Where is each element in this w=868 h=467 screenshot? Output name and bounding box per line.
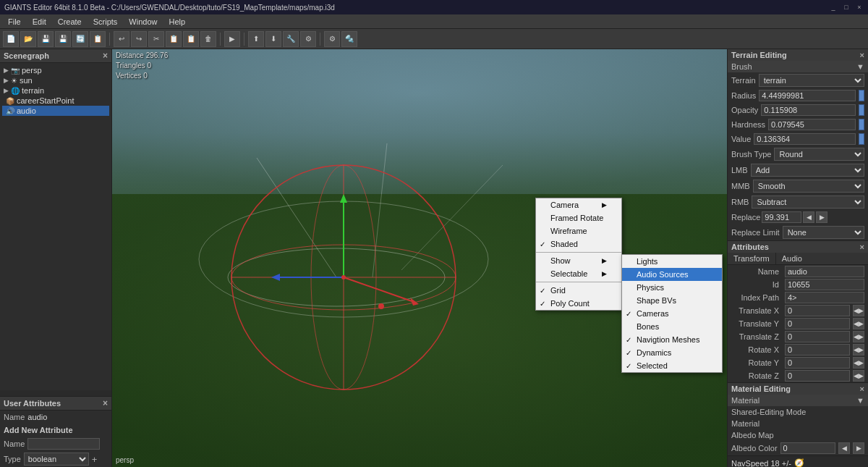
maximize-button[interactable]: □ xyxy=(842,3,851,12)
paste-button[interactable]: 📋 xyxy=(183,31,199,47)
undo-button[interactable]: ↩ xyxy=(114,31,129,47)
refresh-button[interactable]: 🔄 xyxy=(72,31,88,47)
import-button[interactable]: ⬆ xyxy=(248,31,264,47)
tree-item-persp[interactable]: ▶ 📷 persp xyxy=(2,65,109,75)
transform-tab[interactable]: Transform xyxy=(728,253,776,264)
sub-dynamics[interactable]: ✓ Dynamics xyxy=(622,346,722,359)
ctx-poly-count[interactable]: ✓ Poly Count xyxy=(536,297,621,310)
menu-file[interactable]: File xyxy=(3,17,26,27)
ctx-selectable[interactable]: Selectable ▶ xyxy=(536,267,621,280)
attr-name-input[interactable] xyxy=(27,438,100,450)
ctx-show[interactable]: Show ▶ Lights Audio Sources Physics Shap… xyxy=(536,254,621,267)
sub-cameras[interactable]: ✓ Cameras xyxy=(622,307,722,320)
mmb-select[interactable]: Smooth xyxy=(753,180,864,193)
scenegraph-tree[interactable]: ▶ 📷 persp ▶ ☀ sun ▶ 🌐 terrain 📦 careerSt… xyxy=(0,63,111,390)
close-button[interactable]: × xyxy=(855,3,864,12)
scenegraph-close[interactable]: × xyxy=(103,51,108,61)
material-collapse-icon[interactable]: ▼ xyxy=(856,396,864,405)
menu-scripts[interactable]: Scripts xyxy=(88,17,123,27)
attr-rotate-x-input[interactable] xyxy=(785,344,850,355)
attr-name-input[interactable] xyxy=(785,266,864,277)
ctx-shaded[interactable]: ✓ Shaded xyxy=(536,237,621,251)
tool4[interactable]: ⚙ xyxy=(300,31,316,47)
menu-help[interactable]: Help xyxy=(163,17,190,27)
delete-button[interactable]: 🗑 xyxy=(200,31,216,47)
copy-button[interactable]: 📋 xyxy=(166,31,182,47)
replace-left-btn[interactable]: ◀ xyxy=(803,211,814,223)
lmb-select[interactable]: Add xyxy=(751,164,864,177)
terrain-select[interactable]: terrain xyxy=(759,74,864,87)
attr-translate-y-input[interactable] xyxy=(785,318,850,329)
brush-type-select[interactable]: Round Square xyxy=(774,148,864,161)
terrain-close-btn[interactable]: × xyxy=(860,51,864,59)
radius-input[interactable] xyxy=(759,90,856,101)
hardness-slider[interactable] xyxy=(859,119,864,130)
audio-tab[interactable]: Audio xyxy=(776,253,808,264)
tool3[interactable]: 🔧 xyxy=(283,31,299,47)
replace-limit-select[interactable]: None xyxy=(783,226,864,239)
material-close-btn[interactable]: × xyxy=(860,384,864,393)
albedo-color-arr-left[interactable]: ◀ xyxy=(838,442,850,454)
tool5[interactable]: 📋 xyxy=(90,31,106,47)
sub-selected[interactable]: ✓ Selected xyxy=(622,359,722,372)
rmb-select[interactable]: Subtract xyxy=(752,195,864,209)
replace-right-btn[interactable]: ▶ xyxy=(816,211,827,223)
translate-x-arr[interactable]: ◀▶ xyxy=(853,305,864,316)
sub-lights[interactable]: Lights xyxy=(622,255,722,268)
ctx-wireframe[interactable]: Wireframe xyxy=(536,224,621,237)
attr-rotate-y-input[interactable] xyxy=(785,357,850,369)
save-as-button[interactable]: 💾 xyxy=(55,31,71,47)
open-button[interactable]: 📂 xyxy=(20,31,36,47)
sub-navigation-meshes[interactable]: ✓ Navigtion Meshes xyxy=(622,333,722,346)
attr-translate-x-input[interactable] xyxy=(785,305,850,316)
rotate-y-arr[interactable]: ◀▶ xyxy=(853,357,864,369)
export-button[interactable]: ⬇ xyxy=(265,31,281,47)
opacity-slider[interactable] xyxy=(859,104,864,116)
rotate-z-arr[interactable]: ◀▶ xyxy=(853,370,864,382)
replace-input[interactable] xyxy=(762,211,801,223)
albedo-color-input[interactable] xyxy=(780,442,835,454)
rotate-x-arr[interactable]: ◀▶ xyxy=(853,344,864,355)
add-attr-button[interactable]: + xyxy=(92,454,98,465)
attr-translate-z-input[interactable] xyxy=(785,331,850,342)
attr-id-input[interactable] xyxy=(785,279,864,290)
play-button[interactable]: ▶ xyxy=(224,31,240,47)
hardness-input[interactable] xyxy=(768,119,856,130)
tree-item-career[interactable]: 📦 careerStartPoint xyxy=(2,96,109,106)
albedo-color-arr-right[interactable]: ▶ xyxy=(853,442,864,454)
translate-z-arr[interactable]: ◀▶ xyxy=(853,331,864,342)
attr-index-path-input[interactable] xyxy=(785,292,864,303)
save-button[interactable]: 💾 xyxy=(38,31,54,47)
ctx-framed-rotate[interactable]: Framed Rotate xyxy=(536,211,621,224)
value-slider[interactable] xyxy=(859,133,864,145)
opacity-input[interactable] xyxy=(761,104,856,116)
tree-item-sun[interactable]: ▶ ☀ sun xyxy=(2,75,109,85)
minimize-button[interactable]: _ xyxy=(829,3,838,12)
redo-button[interactable]: ↪ xyxy=(131,31,147,47)
tree-item-terrain[interactable]: ▶ 🌐 terrain xyxy=(2,85,109,96)
menu-window[interactable]: Window xyxy=(124,17,162,27)
radius-slider[interactable] xyxy=(859,90,864,101)
type-select[interactable]: boolean string integer float xyxy=(24,453,89,466)
viewport[interactable]: Distance 296.76 Triangles 0 Vertices 0 p… xyxy=(112,49,727,467)
translate-y-arr[interactable]: ◀▶ xyxy=(853,318,864,329)
sub-physics[interactable]: Physics xyxy=(622,281,722,294)
ctx-grid[interactable]: ✓ Grid xyxy=(536,284,621,297)
attr-rotate-z-input[interactable] xyxy=(785,370,850,382)
settings-button[interactable]: ⚙ xyxy=(324,31,340,47)
sub-shape-bvs[interactable]: Shape BVs xyxy=(622,294,722,307)
attr-rotate-z-label: Rotate Z xyxy=(731,371,782,380)
ctx-camera[interactable]: Camera ▶ xyxy=(536,198,621,211)
new-button[interactable]: 📄 xyxy=(3,31,19,47)
attr-close-btn[interactable]: × xyxy=(860,243,864,251)
sub-audio-sources[interactable]: Audio Sources xyxy=(622,268,722,281)
sub-bones[interactable]: Bones xyxy=(622,320,722,333)
cut-button[interactable]: ✂ xyxy=(148,31,164,47)
menu-create[interactable]: Create xyxy=(53,17,87,27)
gear-button[interactable]: 🔩 xyxy=(341,31,357,47)
tree-item-audio[interactable]: 🔊 audio xyxy=(2,106,109,116)
user-attr-close[interactable]: × xyxy=(103,398,108,408)
menu-edit[interactable]: Edit xyxy=(27,17,51,27)
value-input[interactable] xyxy=(754,133,856,145)
brush-collapse-icon[interactable]: ▼ xyxy=(856,62,864,71)
